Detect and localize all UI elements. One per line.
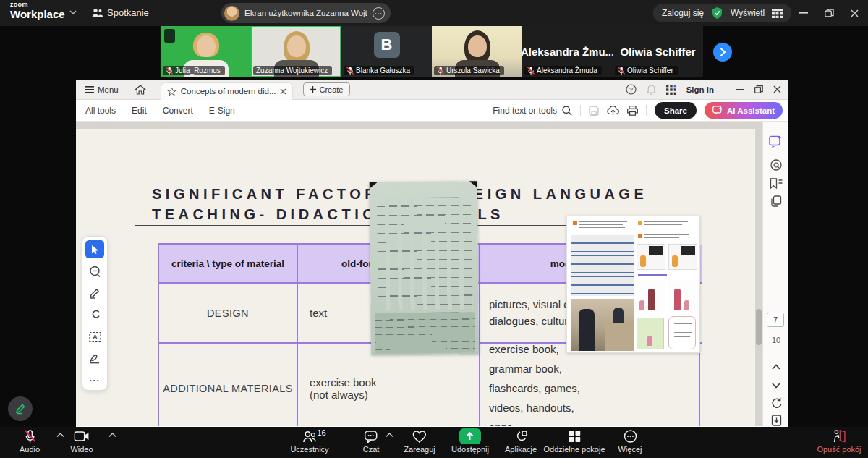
leave-door-icon <box>832 430 846 443</box>
ai-assistant-panel-button[interactable] <box>768 134 784 150</box>
share-screen-button[interactable]: Udostępnij <box>451 429 489 454</box>
more-options-icon[interactable]: ··· <box>373 7 385 20</box>
view-button[interactable]: Wyświetl <box>731 8 765 18</box>
previous-page-button[interactable] <box>768 359 784 375</box>
audio-button[interactable]: Audio <box>20 429 40 454</box>
sign-tool-button[interactable] <box>85 349 104 368</box>
apps-button[interactable]: Aplikacje <box>505 429 537 454</box>
find-tools-search[interactable]: Find text or tools <box>493 106 572 116</box>
cursor-arrow-icon <box>90 245 100 255</box>
home-icon[interactable] <box>135 85 146 95</box>
save-icon[interactable] <box>589 106 599 116</box>
chevron-right-icon <box>720 48 726 56</box>
comments-panel-button[interactable] <box>768 157 784 173</box>
pdf-page: SIGNIFICANT FACTORS IN FOREIGN LANGUAGE … <box>76 129 755 426</box>
participant-tile[interactable]: B Blanka Gałuszka <box>341 26 432 77</box>
participant-tile[interactable]: Oliwia Schiffer Oliwia Schiffer <box>613 26 703 77</box>
video-button[interactable]: Wideo <box>70 429 93 454</box>
acrobat-share-button[interactable]: Share <box>655 102 697 119</box>
camera-icon <box>75 431 90 441</box>
acrobat-quick-tools: A ··· <box>82 236 108 391</box>
edit-text-tool-button[interactable]: A <box>85 328 104 346</box>
table-cell-old: exercise book (not always) <box>298 344 480 426</box>
rotate-page-button[interactable] <box>768 395 784 411</box>
participant-tile[interactable]: Julia_Rozmus <box>161 26 251 77</box>
minimize-button[interactable] <box>794 5 813 21</box>
star-icon[interactable] <box>167 87 176 96</box>
chat-options-chevron[interactable] <box>386 433 393 438</box>
audio-options-chevron[interactable] <box>56 433 64 438</box>
create-button[interactable]: Create <box>303 82 349 96</box>
export-page-button[interactable] <box>768 412 784 426</box>
react-button[interactable]: Zareaguj <box>404 429 435 454</box>
table-cell-criteria: ADDITIONAL MATERIALS <box>159 344 298 426</box>
video-options-chevron[interactable] <box>109 433 116 438</box>
edit-menu[interactable]: Edit <box>132 106 147 116</box>
participant-name-label: Aleksandra Żmuda <box>524 66 602 75</box>
ai-assistant-button[interactable]: AI Assistant <box>705 102 783 119</box>
more-button[interactable]: Więcej <box>618 429 642 454</box>
zoom-meeting-window: zoom Workplace Spotkanie Ekran użytkowni… <box>0 0 868 458</box>
print-icon[interactable] <box>627 106 638 116</box>
draw-tool-button[interactable] <box>85 306 104 324</box>
svg-text:A: A <box>93 333 98 341</box>
participant-tile[interactable]: Aleksandra Żmu... Aleksandra Żmuda <box>522 26 613 77</box>
acrobat-restore-icon[interactable] <box>754 85 763 93</box>
shared-screen-pill[interactable]: Ekran użytkownika Zuzanna Wojt ··· <box>221 3 391 23</box>
restore-button[interactable] <box>820 5 838 21</box>
convert-menu[interactable]: Convert <box>163 106 193 116</box>
acrobat-sign-in-button[interactable]: Sign in <box>686 85 714 94</box>
participant-tile-active-speaker[interactable]: Zuzanna Wojtukiewicz <box>251 26 341 77</box>
select-tool-button[interactable] <box>85 240 104 258</box>
chat-button[interactable]: Czat <box>363 429 380 454</box>
scrollbar-thumb[interactable] <box>756 309 762 345</box>
close-button[interactable] <box>845 5 864 21</box>
acrobat-minimize-icon[interactable] <box>736 89 744 90</box>
plus-icon <box>310 86 316 93</box>
page-thumbnails-button[interactable] <box>768 193 784 209</box>
leave-meeting-button[interactable]: Opuść pokój <box>817 429 861 454</box>
more-tools-button[interactable]: ··· <box>85 372 104 390</box>
help-icon[interactable]: ? <box>626 84 637 95</box>
signature-pen-icon <box>89 354 101 364</box>
chevron-down-icon[interactable] <box>69 10 77 15</box>
current-page-box[interactable]: 7 <box>767 313 784 327</box>
participant-name-label: Urszula Sawicka <box>434 66 504 75</box>
brand-zoom: zoom <box>10 1 65 8</box>
next-page-button[interactable] <box>768 378 784 394</box>
tab-spotkanie[interactable]: Spotkanie <box>107 7 149 18</box>
participants-button[interactable]: 16 Uczestnicy <box>290 429 328 454</box>
cloud-upload-icon[interactable] <box>607 105 619 116</box>
shared-screen-label: Ekran użytkownika Zuzanna Wojt <box>244 9 367 17</box>
bookmarks-panel-button[interactable] <box>768 175 784 191</box>
document-tab[interactable]: Concepts of modern did... <box>161 82 294 100</box>
meeting-controls-bar: Audio Wideo 16 Uczestnicy Czat Zareaguj … <box>0 427 868 458</box>
annotate-button[interactable] <box>8 396 33 421</box>
initial-avatar: B <box>374 32 400 58</box>
muted-mic-icon <box>527 67 535 75</box>
reception-photo <box>571 299 634 351</box>
account-controls: Zaloguj się Wyświetl <box>653 4 791 22</box>
apps-grid-icon[interactable] <box>666 85 676 95</box>
acrobat-menu-button[interactable]: Menu <box>85 85 119 94</box>
chat-bubble-icon <box>365 431 378 443</box>
bell-icon[interactable] <box>647 85 656 95</box>
virtual-bg-logo <box>164 29 175 43</box>
svg-text:?: ? <box>629 86 633 93</box>
all-tools-menu[interactable]: All tools <box>85 106 116 116</box>
comments-icon <box>770 159 783 171</box>
participant-tile[interactable]: Urszula Sawicka <box>432 26 522 77</box>
rotate-icon <box>770 397 783 410</box>
highlight-tool-button[interactable] <box>85 284 104 302</box>
textbook-page-photo <box>566 216 700 353</box>
sign-in-link[interactable]: Zaloguj się <box>662 8 704 18</box>
next-participants-button[interactable] <box>713 43 732 62</box>
comment-tool-button[interactable] <box>85 262 104 280</box>
document-viewport: SIGNIFICANT FACTORS IN FOREIGN LANGUAGE … <box>76 122 788 426</box>
breakout-rooms-button[interactable]: Oddzielne pokoje <box>543 429 605 454</box>
esign-menu[interactable]: E-Sign <box>209 106 235 116</box>
close-tab-icon[interactable] <box>280 88 286 95</box>
acrobat-close-icon[interactable] <box>773 85 781 93</box>
participants-count: 16 <box>318 428 326 437</box>
speech-card <box>668 316 696 349</box>
